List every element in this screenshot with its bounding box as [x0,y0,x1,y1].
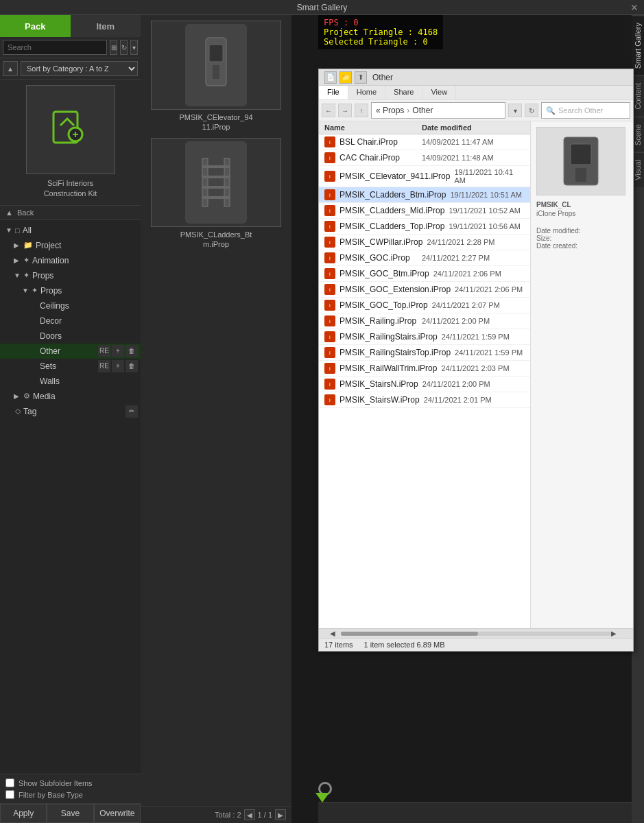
table-row[interactable]: i PMSIK_GOC.iProp 24/11/2021 2:27 PM [319,250,530,266]
sort-select[interactable]: Sort by Category : A to Z [21,61,138,76]
sidebar-item-decor[interactable]: Decor [0,313,141,329]
sidebar-item-ceilings[interactable]: Ceilings [0,298,141,313]
fe-scroll-left[interactable]: ◀ [330,630,341,637]
table-row[interactable]: i PMSIK_StairsN.iProp 24/11/2021 2:00 PM [319,377,530,392]
fe-tab-home[interactable]: Home [348,86,385,99]
sidebar-item-doors[interactable]: Doors [0,329,141,344]
file-icon: i [324,171,335,182]
table-row[interactable]: i PMSIK_CLadders_Btm.iProp 19/11/2021 10… [319,187,530,203]
search-input[interactable] [3,40,107,55]
tab-smart-gallery[interactable]: Smart Gallery [632,15,644,75]
rename-other-button[interactable]: RE [98,345,110,357]
filter-by-base-checkbox[interactable] [5,790,14,799]
table-row[interactable]: i PMSIK_CWPillar.iProp 24/11/2021 2:28 P… [319,235,530,250]
table-row[interactable]: i PMSIK_RailingStairsTop.iProp 24/11/202… [319,345,530,361]
tag-icon: ◇ [15,407,21,416]
overwrite-button[interactable]: Overwrite [94,804,141,823]
fe-icon-3: ⬆ [355,71,367,84]
fe-forward-button[interactable]: → [338,104,352,117]
add-sets-button[interactable]: + [112,360,124,372]
arrow-icon: ▶ [14,257,22,264]
close-button[interactable]: ✕ [630,2,639,13]
show-subfolder-checkbox[interactable] [5,778,14,787]
rename-sets-button[interactable]: RE [98,360,110,372]
tree-actions-other: RE + 🗑 [98,345,138,357]
fe-address-bar: ← → ↑ « Props › Other ▾ ↻ 🔍 Search Other [319,100,633,121]
fe-back-button[interactable]: ← [322,104,335,117]
tab-pack[interactable]: Pack [0,15,71,37]
file-icon: i [324,300,335,311]
list-item[interactable]: PMSIK_CElevator_9411.iProp [146,21,286,132]
table-row[interactable]: i PMSIK_StairsW.iProp 24/11/2021 2:01 PM [319,392,530,408]
table-row[interactable]: i PMSIK_RailWallTrim.iProp 24/11/2021 2:… [319,361,530,377]
table-row[interactable]: i PMSIK_Railing.iProp 24/11/2021 2:00 PM [319,313,530,329]
fe-tab-view[interactable]: View [422,86,456,99]
fe-icon-1: 📄 [324,71,337,84]
left-bottom: Show Subfolder Items Filter by Base Type [0,774,141,803]
list-item[interactable]: PMSIK_CLadders_Btm.iProp [146,138,286,250]
table-row[interactable]: i PMSIK_CLadders_Top.iProp 19/11/2021 10… [319,219,530,235]
table-row[interactable]: i BSL Chair.iProp 14/09/2021 11:47 AM [319,134,530,150]
sidebar-item-all[interactable]: ▼ □ All [0,223,141,238]
sidebar-item-media[interactable]: ▶ ⚙ Media [0,389,141,404]
table-row[interactable]: i PMSIK_GOC_Extension.iProp 24/11/2021 2… [319,282,530,298]
prev-page-button[interactable]: ◀ [244,809,255,820]
fe-status-bar: 17 items 1 item selected 6.89 MB [319,638,633,651]
props-icon: ✦ [23,271,29,280]
all-icon: □ [15,226,20,235]
file-date: 24/11/2021 2:06 PM [433,270,525,278]
sidebar-item-walls[interactable]: Walls [0,374,141,389]
delete-other-button[interactable]: 🗑 [126,345,138,357]
thumbnail-box [26,85,115,174]
svg-rect-6 [213,65,219,79]
fe-list-header: Name Date modified [319,121,530,134]
fe-address-path[interactable]: « Props › Other [371,102,505,119]
sidebar-item-animation[interactable]: ▶ ✦ Animation [0,253,141,268]
main-content: PMSIK_CElevator_9411.iProp PMSIK_CLadder… [141,15,291,823]
table-row[interactable]: i PMSIK_GOC_Top.iProp 24/11/2021 2:07 PM [319,298,530,313]
delete-sets-button[interactable]: 🗑 [126,360,138,372]
fe-dropdown-button[interactable]: ▾ [508,104,522,117]
fe-refresh-button[interactable]: ↻ [525,104,538,117]
fe-content: Name Date modified i BSL Chair.iProp 14/… [319,121,633,628]
fe-scrollbar-track[interactable] [341,632,611,636]
fe-scrollbar[interactable]: ◀ ▶ [319,628,633,638]
sidebar-item-project[interactable]: ▶ 📁 Project [0,238,141,253]
sidebar-item-props-root[interactable]: ▼ ✦ Props [0,268,141,283]
left-panel: Pack Item ⊞ ↻ ▾ ▲ Sort by Category : A t… [0,15,141,823]
file-date: 24/11/2021 2:01 PM [424,396,525,404]
table-row[interactable]: i PMSIK_CLadders_Mid.iProp 19/11/2021 10… [319,203,530,219]
sidebar-item-props-sub[interactable]: ▼ ✦ Props [0,283,141,298]
save-button[interactable]: Save [47,804,93,823]
table-row[interactable]: i PMSIK_GOC_Btm.iProp 24/11/2021 2:06 PM [319,266,530,282]
tag-edit-button[interactable]: ✏ [126,405,138,418]
table-row[interactable]: i PMSIK_RailingStairs.iProp 24/11/2021 1… [319,329,530,345]
table-row[interactable]: i PMSIK_CElevator_9411.iProp 19/11/2021 … [319,166,530,187]
fe-up-button[interactable]: ↑ [355,104,368,117]
add-other-button[interactable]: + [112,345,124,357]
item-label: PMSIK_CLadders_Btm.iProp [180,230,252,250]
refresh-button[interactable]: ↻ [120,40,128,55]
arrow-icon: ▼ [14,272,22,279]
fe-preview-sublabel: iClone Props [536,210,628,217]
filter-button[interactable]: ⊞ [110,40,117,55]
tab-item[interactable]: Item [71,15,141,37]
fe-scroll-right[interactable]: ▶ [611,630,622,637]
sort-up-button[interactable]: ▲ [3,61,18,76]
fe-tab-file[interactable]: File [319,86,348,99]
file-name: PMSIK_GOC_Top.iProp [339,300,428,310]
svg-rect-11 [202,186,230,189]
menu-button[interactable]: ▾ [130,40,138,55]
sidebar-item-other[interactable]: Other RE + 🗑 [0,344,141,359]
file-icon: i [324,363,335,374]
bottom-bar [318,802,632,823]
sidebar-item-tag[interactable]: ◇ Tag ✏ [0,404,141,419]
fe-tab-share[interactable]: Share [385,86,422,99]
apply-button[interactable]: Apply [0,804,47,823]
back-button[interactable]: ▲ Back [0,206,141,220]
thumbnail-area: SciFi Interiors Construction Kit [0,80,141,206]
sidebar-item-sets[interactable]: Sets RE + 🗑 [0,359,141,374]
next-page-button[interactable]: ▶ [275,809,286,820]
table-row[interactable]: i CAC Chair.iProp 14/09/2021 11:48 AM [319,150,530,166]
fe-scrollbar-thumb[interactable] [341,632,478,636]
